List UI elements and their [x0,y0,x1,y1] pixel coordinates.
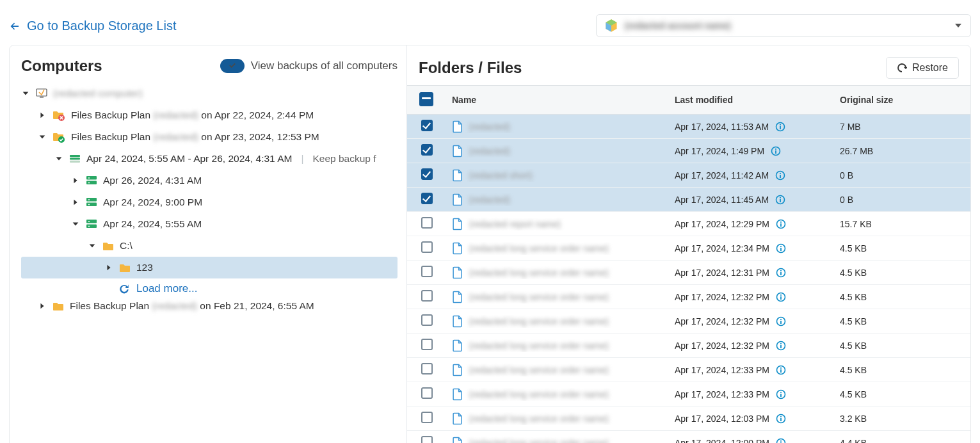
tree-computer[interactable]: (redacted computer) [21,83,398,104]
info-icon[interactable] [775,122,785,132]
row-checkbox[interactable] [421,314,433,326]
row-checkbox[interactable] [421,387,433,399]
table-row[interactable]: (redacted short)Apr 17, 2024, 11:42 AM0 … [407,163,970,188]
caret-down-icon[interactable] [21,89,30,98]
table-row[interactable]: (redacted long service order name)Apr 17… [407,236,970,261]
row-checkbox[interactable] [421,290,433,302]
caret-down-icon[interactable] [88,241,97,250]
info-icon[interactable] [776,341,786,351]
file-size: 3.2 KB [840,414,867,424]
info-icon[interactable] [776,365,786,375]
col-size[interactable]: Original size [833,86,970,115]
restore-button[interactable]: Restore [886,57,959,79]
table-row[interactable]: (redacted long service order name)Apr 17… [407,334,970,358]
info-icon[interactable] [771,146,781,156]
file-name-cell[interactable]: (redacted long service order name) [452,266,662,279]
caret-right-icon[interactable] [71,198,80,207]
file-name-cell[interactable]: (redacted) [452,120,662,133]
table-row[interactable]: (redacted long service order name)Apr 17… [407,431,970,444]
file-name-cell[interactable]: (redacted) [452,193,662,206]
table-row[interactable]: (redacted)Apr 17, 2024, 1:49 PM26.7 MB [407,139,970,163]
file-size: 4.5 KB [840,365,867,375]
file-size: 4.4 KB [840,438,867,444]
caret-down-icon[interactable] [54,154,63,163]
file-name-cell[interactable]: (redacted long service order name) [452,315,662,328]
table-row[interactable]: (redacted long service order name)Apr 17… [407,261,970,285]
generation-icon [68,153,81,165]
reload-icon [897,63,907,73]
tree-restore-point[interactable]: Apr 24, 2024, 5:55 AM [21,213,398,235]
info-icon[interactable] [775,170,785,181]
file-name-cell[interactable]: (redacted long service order name) [452,412,662,425]
caret-right-icon[interactable] [71,176,80,185]
tree-folder-selected[interactable]: 123 [21,257,398,278]
row-checkbox[interactable] [421,363,433,375]
toggle-all-computers[interactable] [220,59,245,73]
account-selector[interactable]: (redacted account name) [596,14,971,37]
file-name-cell[interactable]: (redacted short) [452,169,662,182]
row-checkbox[interactable] [421,193,433,204]
folder-icon [102,241,115,251]
tree-generation[interactable]: Apr 24, 2024, 5:55 AM - Apr 26, 2024, 4:… [21,148,398,170]
file-name-cell[interactable]: (redacted) [452,145,662,157]
tree-drive[interactable]: C:\ [21,235,398,257]
table-row[interactable]: (redacted long service order name)Apr 17… [407,285,970,309]
info-icon[interactable] [775,195,785,205]
info-icon[interactable] [776,219,786,229]
table-row[interactable]: (redacted long service order name)Apr 17… [407,407,970,431]
file-name-cell[interactable]: (redacted long service order name) [452,437,662,444]
row-checkbox[interactable] [421,120,433,131]
row-checkbox[interactable] [421,168,433,180]
row-checkbox[interactable] [421,144,433,156]
row-checkbox[interactable] [421,266,433,277]
row-checkbox[interactable] [421,241,433,253]
file-modified: Apr 17, 2024, 12:33 PM [675,389,769,399]
col-name[interactable]: Name [446,86,668,115]
table-row[interactable]: (redacted)Apr 17, 2024, 11:45 AM0 B [407,188,970,212]
tree-plan[interactable]: Files Backup Plan (redacted) on Apr 22, … [21,104,398,126]
file-name-cell[interactable]: (redacted long service order name) [452,364,662,376]
info-icon[interactable] [776,316,786,326]
info-icon[interactable] [776,438,786,444]
col-modified[interactable]: Last modified [668,86,833,115]
file-icon [452,291,463,303]
file-name-cell[interactable]: (redacted long service order name) [452,291,662,303]
info-icon[interactable] [776,414,786,424]
table-row[interactable]: (redacted)Apr 17, 2024, 11:53 AM7 MB [407,115,970,139]
folder-error-icon [52,109,66,121]
file-name-cell[interactable]: (redacted long service order name) [452,388,662,401]
tree-restore-point[interactable]: Apr 24, 2024, 9:00 PM [21,191,398,213]
info-icon[interactable] [776,243,786,254]
info-icon[interactable] [776,389,786,399]
file-icon [452,145,463,157]
file-name-cell[interactable]: (redacted report name) [452,218,662,230]
caret-right-icon[interactable] [104,263,113,272]
tree-restore-point[interactable]: Apr 26, 2024, 4:31 AM [21,170,398,191]
back-link[interactable]: Go to Backup Storage List [9,19,176,33]
tree-plan[interactable]: Files Backup Plan (redacted) on Apr 23, … [21,126,398,148]
select-all-checkbox[interactable] [419,92,433,106]
info-icon[interactable] [776,268,786,278]
caret-right-icon[interactable] [38,302,47,310]
tree-plan[interactable]: Files Backup Plan (redacted) on Feb 21, … [21,295,398,317]
row-checkbox[interactable] [421,217,433,229]
computer-name: (redacted computer) [53,88,143,99]
load-more[interactable]: Load more... [21,282,398,295]
caret-down-icon[interactable] [38,133,47,141]
file-icon [452,266,463,279]
row-checkbox[interactable] [421,339,433,350]
caret-right-icon[interactable] [38,111,47,120]
table-row[interactable]: (redacted long service order name)Apr 17… [407,358,970,382]
file-icon [452,388,463,401]
caret-down-icon[interactable] [71,220,80,229]
file-name-cell[interactable]: (redacted long service order name) [452,242,662,255]
monitor-icon [35,88,48,99]
file-name-cell[interactable]: (redacted long service order name) [452,339,662,352]
file-size: 4.5 KB [840,292,867,302]
info-icon[interactable] [776,292,786,302]
table-row[interactable]: (redacted report name)Apr 17, 2024, 12:2… [407,212,970,236]
table-row[interactable]: (redacted long service order name)Apr 17… [407,309,970,334]
row-checkbox[interactable] [421,436,433,443]
row-checkbox[interactable] [421,412,433,423]
table-row[interactable]: (redacted long service order name)Apr 17… [407,382,970,407]
